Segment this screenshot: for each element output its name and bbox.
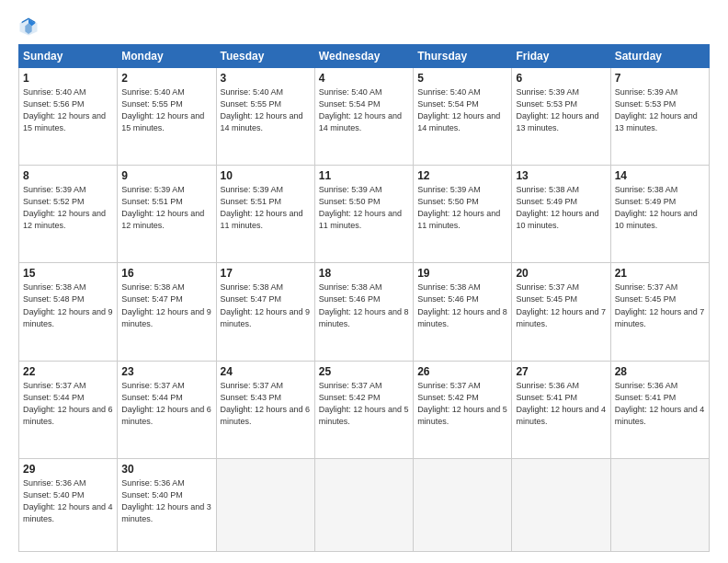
day-info: Sunrise: 5:38 AMSunset: 5:49 PMDaylight:… bbox=[516, 184, 606, 232]
day-number: 24 bbox=[221, 365, 311, 378]
day-number: 29 bbox=[23, 463, 113, 476]
week-row-4: 22 Sunrise: 5:37 AMSunset: 5:44 PMDaylig… bbox=[19, 361, 710, 458]
calendar-cell: 6 Sunrise: 5:39 AMSunset: 5:53 PMDayligh… bbox=[512, 68, 610, 166]
calendar-cell: 4 Sunrise: 5:40 AMSunset: 5:54 PMDayligh… bbox=[314, 68, 413, 166]
day-number: 2 bbox=[121, 72, 211, 85]
day-info: Sunrise: 5:38 AMSunset: 5:46 PMDaylight:… bbox=[319, 282, 409, 329]
calendar-cell: 7 Sunrise: 5:39 AMSunset: 5:53 PMDayligh… bbox=[610, 68, 709, 166]
day-info: Sunrise: 5:39 AMSunset: 5:53 PMDaylight:… bbox=[516, 86, 606, 134]
calendar-cell: 18 Sunrise: 5:38 AMSunset: 5:46 PMDaylig… bbox=[314, 263, 413, 361]
day-info: Sunrise: 5:37 AMSunset: 5:44 PMDaylight:… bbox=[121, 380, 211, 428]
day-number: 16 bbox=[121, 267, 211, 280]
day-info: Sunrise: 5:40 AMSunset: 5:54 PMDaylight:… bbox=[319, 86, 409, 134]
calendar-cell bbox=[216, 458, 314, 551]
day-info: Sunrise: 5:39 AMSunset: 5:50 PMDaylight:… bbox=[319, 184, 409, 232]
day-number: 8 bbox=[23, 169, 113, 182]
day-info: Sunrise: 5:37 AMSunset: 5:42 PMDaylight:… bbox=[417, 380, 507, 428]
page: SundayMondayTuesdayWednesdayThursdayFrid… bbox=[0, 0, 728, 563]
day-number: 10 bbox=[221, 169, 311, 182]
day-info: Sunrise: 5:39 AMSunset: 5:51 PMDaylight:… bbox=[121, 184, 211, 232]
calendar-cell: 3 Sunrise: 5:40 AMSunset: 5:55 PMDayligh… bbox=[216, 68, 314, 166]
day-number: 23 bbox=[121, 365, 211, 378]
calendar-cell: 14 Sunrise: 5:38 AMSunset: 5:49 PMDaylig… bbox=[610, 166, 709, 263]
day-info: Sunrise: 5:37 AMSunset: 5:42 PMDaylight:… bbox=[319, 380, 409, 428]
calendar-cell: 20 Sunrise: 5:37 AMSunset: 5:45 PMDaylig… bbox=[512, 263, 610, 361]
day-info: Sunrise: 5:36 AMSunset: 5:40 PMDaylight:… bbox=[23, 477, 113, 525]
day-number: 1 bbox=[23, 72, 113, 85]
calendar-cell: 19 Sunrise: 5:38 AMSunset: 5:46 PMDaylig… bbox=[414, 263, 512, 361]
day-info: Sunrise: 5:36 AMSunset: 5:41 PMDaylight:… bbox=[615, 380, 705, 428]
calendar-cell: 24 Sunrise: 5:37 AMSunset: 5:43 PMDaylig… bbox=[216, 361, 314, 458]
day-info: Sunrise: 5:37 AMSunset: 5:44 PMDaylight:… bbox=[23, 380, 113, 428]
logo-icon bbox=[18, 17, 39, 37]
calendar-body: 1 Sunrise: 5:40 AMSunset: 5:56 PMDayligh… bbox=[19, 68, 710, 552]
day-number: 26 bbox=[417, 365, 507, 378]
calendar-cell: 25 Sunrise: 5:37 AMSunset: 5:42 PMDaylig… bbox=[314, 361, 413, 458]
calendar-cell: 1 Sunrise: 5:40 AMSunset: 5:56 PMDayligh… bbox=[19, 68, 118, 166]
calendar-cell bbox=[610, 458, 709, 551]
day-info: Sunrise: 5:40 AMSunset: 5:54 PMDaylight:… bbox=[417, 86, 507, 134]
day-number: 6 bbox=[516, 72, 606, 85]
weekday-header-row: SundayMondayTuesdayWednesdayThursdayFrid… bbox=[19, 45, 710, 68]
day-info: Sunrise: 5:36 AMSunset: 5:40 PMDaylight:… bbox=[121, 477, 211, 525]
calendar-cell: 10 Sunrise: 5:39 AMSunset: 5:51 PMDaylig… bbox=[216, 166, 314, 263]
day-number: 17 bbox=[221, 267, 311, 280]
day-number: 5 bbox=[417, 72, 507, 85]
calendar-cell: 9 Sunrise: 5:39 AMSunset: 5:51 PMDayligh… bbox=[118, 166, 216, 263]
week-row-5: 29 Sunrise: 5:36 AMSunset: 5:40 PMDaylig… bbox=[19, 458, 710, 551]
calendar-cell: 21 Sunrise: 5:37 AMSunset: 5:45 PMDaylig… bbox=[610, 263, 709, 361]
weekday-header-monday: Monday bbox=[118, 45, 216, 68]
day-number: 28 bbox=[615, 365, 705, 378]
day-info: Sunrise: 5:40 AMSunset: 5:56 PMDaylight:… bbox=[23, 86, 113, 134]
calendar-cell: 29 Sunrise: 5:36 AMSunset: 5:40 PMDaylig… bbox=[19, 458, 118, 551]
calendar-cell: 26 Sunrise: 5:37 AMSunset: 5:42 PMDaylig… bbox=[414, 361, 512, 458]
day-number: 7 bbox=[615, 72, 705, 85]
day-number: 12 bbox=[417, 169, 507, 182]
day-info: Sunrise: 5:40 AMSunset: 5:55 PMDaylight:… bbox=[121, 86, 211, 134]
day-number: 20 bbox=[516, 267, 606, 280]
calendar: SundayMondayTuesdayWednesdayThursdayFrid… bbox=[18, 44, 710, 552]
day-info: Sunrise: 5:37 AMSunset: 5:45 PMDaylight:… bbox=[516, 282, 606, 329]
day-number: 4 bbox=[319, 72, 409, 85]
calendar-cell: 27 Sunrise: 5:36 AMSunset: 5:41 PMDaylig… bbox=[512, 361, 610, 458]
calendar-cell: 2 Sunrise: 5:40 AMSunset: 5:55 PMDayligh… bbox=[118, 68, 216, 166]
calendar-cell: 17 Sunrise: 5:38 AMSunset: 5:47 PMDaylig… bbox=[216, 263, 314, 361]
weekday-header-sunday: Sunday bbox=[19, 45, 118, 68]
logo bbox=[18, 17, 40, 37]
calendar-cell: 28 Sunrise: 5:36 AMSunset: 5:41 PMDaylig… bbox=[610, 361, 709, 458]
calendar-cell: 30 Sunrise: 5:36 AMSunset: 5:40 PMDaylig… bbox=[118, 458, 216, 551]
day-number: 25 bbox=[319, 365, 409, 378]
weekday-header-friday: Friday bbox=[512, 45, 610, 68]
week-row-2: 8 Sunrise: 5:39 AMSunset: 5:52 PMDayligh… bbox=[19, 166, 710, 263]
day-info: Sunrise: 5:38 AMSunset: 5:47 PMDaylight:… bbox=[121, 282, 211, 329]
day-number: 14 bbox=[615, 169, 705, 182]
day-info: Sunrise: 5:39 AMSunset: 5:50 PMDaylight:… bbox=[417, 184, 507, 232]
calendar-cell: 11 Sunrise: 5:39 AMSunset: 5:50 PMDaylig… bbox=[314, 166, 413, 263]
day-info: Sunrise: 5:40 AMSunset: 5:55 PMDaylight:… bbox=[221, 86, 311, 134]
day-info: Sunrise: 5:38 AMSunset: 5:48 PMDaylight:… bbox=[23, 282, 113, 329]
day-info: Sunrise: 5:38 AMSunset: 5:49 PMDaylight:… bbox=[615, 184, 705, 232]
day-info: Sunrise: 5:38 AMSunset: 5:47 PMDaylight:… bbox=[221, 282, 311, 329]
day-info: Sunrise: 5:39 AMSunset: 5:52 PMDaylight:… bbox=[23, 184, 113, 232]
week-row-3: 15 Sunrise: 5:38 AMSunset: 5:48 PMDaylig… bbox=[19, 263, 710, 361]
day-number: 18 bbox=[319, 267, 409, 280]
calendar-cell: 8 Sunrise: 5:39 AMSunset: 5:52 PMDayligh… bbox=[19, 166, 118, 263]
weekday-header-thursday: Thursday bbox=[414, 45, 512, 68]
calendar-cell: 16 Sunrise: 5:38 AMSunset: 5:47 PMDaylig… bbox=[118, 263, 216, 361]
day-number: 30 bbox=[121, 463, 211, 476]
calendar-cell: 5 Sunrise: 5:40 AMSunset: 5:54 PMDayligh… bbox=[414, 68, 512, 166]
calendar-cell bbox=[414, 458, 512, 551]
day-info: Sunrise: 5:37 AMSunset: 5:45 PMDaylight:… bbox=[615, 282, 705, 329]
day-number: 27 bbox=[516, 365, 606, 378]
calendar-cell: 12 Sunrise: 5:39 AMSunset: 5:50 PMDaylig… bbox=[414, 166, 512, 263]
day-number: 11 bbox=[319, 169, 409, 182]
week-row-1: 1 Sunrise: 5:40 AMSunset: 5:56 PMDayligh… bbox=[19, 68, 710, 166]
calendar-cell bbox=[512, 458, 610, 551]
weekday-header-tuesday: Tuesday bbox=[216, 45, 314, 68]
day-number: 22 bbox=[23, 365, 113, 378]
day-number: 21 bbox=[615, 267, 705, 280]
day-info: Sunrise: 5:37 AMSunset: 5:43 PMDaylight:… bbox=[221, 380, 311, 428]
day-number: 13 bbox=[516, 169, 606, 182]
day-info: Sunrise: 5:36 AMSunset: 5:41 PMDaylight:… bbox=[516, 380, 606, 428]
day-info: Sunrise: 5:39 AMSunset: 5:53 PMDaylight:… bbox=[615, 86, 705, 134]
